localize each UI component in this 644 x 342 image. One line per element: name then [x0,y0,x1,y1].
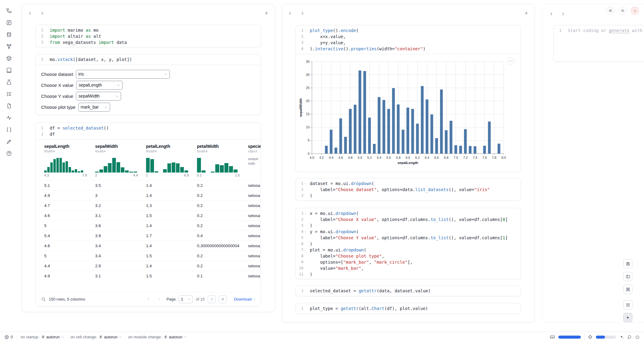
svg-text:7.8: 7.8 [492,156,496,159]
column-header-petalLength[interactable]: petalLengthfloat6416.9 [146,144,197,180]
notebook-menu-button[interactable] [606,7,614,15]
notebook-column-1: 1import marimo as mo2import altair as al… [21,4,275,312]
column-collapse-left-button[interactable] [286,9,294,17]
first-page-button[interactable] [145,295,152,303]
code-editor[interactable]: 1df = selected_dataset()2df [36,123,261,139]
keyboard-shortcuts-button[interactable] [623,285,632,294]
generate-with-ai-link[interactable]: generate [609,28,629,33]
code-cell-controls-output[interactable]: 1mo.vstack([dataset, x, y, plot]) Choose… [35,54,261,115]
dependency-graph-icon[interactable] [5,42,13,50]
code-line: 8 label="Choose plot type", [296,253,521,259]
run-all-button[interactable] [623,313,632,322]
table-cell: 5 [44,254,95,258]
code-editor[interactable]: 1dataset = mo.ui.dropdown(2 label="Choos… [296,178,521,201]
choose-dataset-select[interactable]: iris [76,70,170,79]
column-name: petalWidth [197,144,248,149]
svg-text:8.0: 8.0 [502,156,506,159]
column-collapse-left-button[interactable] [547,10,555,18]
fold-marker[interactable] [303,229,307,235]
close-button[interactable] [631,7,639,15]
fold-marker[interactable] [303,180,307,187]
scratchpad-cell[interactable]: 1 Start coding or generate with AI [553,25,644,62]
document-icon[interactable] [5,102,13,110]
snippets-icon[interactable] [5,137,13,145]
save-button[interactable] [623,259,632,268]
column-collapse-right-button[interactable] [559,10,567,18]
fold-marker[interactable] [303,247,307,253]
column-header-sepalWidth[interactable]: sepalWidthfloat6424.4 [95,144,146,180]
fold-marker[interactable] [303,210,307,216]
errors-indicator[interactable]: 0 [4,335,13,340]
column-header-sepalLength[interactable]: sepalLengthfloat644.37.9 [44,144,95,180]
database-icon[interactable] [5,30,13,38]
control-row: Choose Y valuesepalWidth [41,91,255,102]
code-cell-chart[interactable]: 1plot_type().encode(2 x=x.value,3 y=y.va… [295,25,521,172]
keyboard-shortcuts-icon[interactable] [550,334,555,340]
previous-page-button[interactable] [156,295,163,303]
code-cell-plot-type[interactable]: 1plot_type = getattr(alt.Chart(df), plot… [295,303,521,314]
restart-kernel-button[interactable] [627,335,632,339]
column-header-petalWidth[interactable]: petalWidthfloat640.12.5 [197,144,248,180]
table-cell: 0.2 [197,264,248,268]
code-editor[interactable]: 1plot_type = getattr(alt.Chart(df), plot… [296,303,521,314]
choose-y-value-select[interactable]: sepalWidth [76,92,121,101]
code-editor[interactable]: 1mo.vstack([dataset, x, y, plot]) [36,54,261,65]
add-cell-button[interactable] [522,9,530,17]
table-search-button[interactable] [41,297,46,301]
download-button[interactable]: Download [234,297,256,301]
table-cell: 0.2 [197,193,248,198]
runtime-mode-button[interactable]: autorun [41,335,64,339]
svg-text:sepalLength: sepalLength [398,161,418,165]
add-cell-button[interactable] [263,9,270,17]
control-label: Choose Y value [41,94,73,99]
code-editor[interactable]: 1x = mo.ui.dropdown(2 label="Choose X va… [296,208,521,279]
runtime-mode-button[interactable]: autorun [99,335,122,339]
documentation-icon[interactable] [5,66,13,74]
choose-plot-type-select[interactable]: mark_bar [78,103,110,112]
code-cell-dataset-dropdown[interactable]: 1dataset = mo.ui.dropdown(2 label="Choos… [295,178,521,201]
ai-assistant-button[interactable] [619,335,624,339]
experiment-icon[interactable] [5,78,13,86]
control-row: Choose datasetiris [41,69,255,80]
package-icon[interactable] [5,54,13,62]
shutdown-button[interactable] [635,335,640,339]
code-editor[interactable]: 1selected_dataset = getattr(data, datase… [296,286,521,296]
scratchpad-input[interactable]: Start coding or generate with AI [565,27,644,34]
code-cell-imports[interactable]: 1import marimo as mo2import altair as al… [35,25,261,47]
svg-text:7.4: 7.4 [473,156,477,159]
code-cell-dataframe[interactable]: 1df = selected_dataset()2df sepalLengthf… [35,123,261,306]
interrupt-button[interactable] [623,300,632,309]
code-line: 4y = mo.ui.dropdown( [296,229,521,235]
column-collapse-left-button[interactable] [26,9,34,17]
menu-icon [608,9,613,13]
chevron-down-icon [104,105,108,109]
runtime-label: on startup: [20,335,39,339]
line-number: 3 [36,39,43,45]
layout-toggle-button[interactable] [623,272,632,281]
code-cell-selected-dataset[interactable]: 1selected_dataset = getattr(data, datase… [295,285,521,296]
fold-marker[interactable] [303,27,307,34]
chart-actions-button[interactable] [507,57,515,65]
chevron-down-icon [119,335,122,339]
help-icon[interactable] [5,149,13,157]
column-dtype: float64 [197,149,248,153]
page-select[interactable]: 1 [179,295,193,303]
choose-x-value-select[interactable]: sepalLength [76,81,123,90]
code-editor[interactable]: 1import marimo as mo2import altair as al… [36,25,261,47]
next-page-button[interactable] [208,295,216,303]
column-header-species[interactable]: speciesobjectunique:nulls: [248,144,261,180]
fold-marker [303,259,307,265]
functions-icon[interactable] [5,19,13,27]
column-collapse-right-button[interactable] [38,9,46,17]
file-tree-icon[interactable] [5,7,13,15]
settings-button[interactable] [619,7,627,15]
runtime-mode-button[interactable]: autorun [164,335,187,339]
scratchpad-icon[interactable] [5,126,13,134]
line-number: 1 [36,56,43,62]
code-cell-xy-dropdowns[interactable]: 1x = mo.ui.dropdown(2 label="Choose X va… [295,208,521,279]
code-editor[interactable]: 1plot_type().encode(2 x=x.value,3 y=y.va… [296,25,521,54]
last-page-button[interactable] [219,295,227,303]
checklist-icon[interactable] [5,90,13,98]
column-collapse-right-button[interactable] [298,9,306,17]
activity-icon[interactable] [5,114,13,122]
